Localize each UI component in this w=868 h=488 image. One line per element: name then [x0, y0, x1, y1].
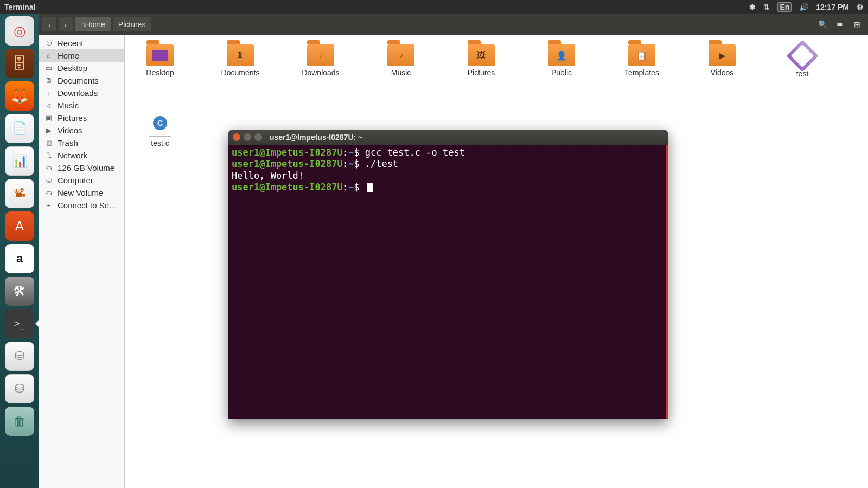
keyboard-indicator[interactable]: En [777, 2, 792, 12]
sidebar-item-pictures[interactable]: ▣Pictures [39, 112, 124, 124]
file-name-label: test.c [151, 139, 169, 147]
path-segment-pictures-label: Pictures [118, 20, 146, 29]
sidebar-item-label: New Volume [58, 188, 103, 197]
file-item-test-c[interactable]: Ctest.c [136, 110, 184, 147]
file-name-label: Downloads [302, 68, 339, 77]
file-item-pictures[interactable]: 🖼Pictures [457, 44, 506, 78]
launcher-terminal[interactable]: >_ [5, 309, 34, 338]
sidebar-item-icon: 🗑 [44, 139, 53, 147]
launcher-files[interactable]: 🗄 [5, 49, 34, 78]
sidebar-item-downloads[interactable]: ↓Downloads [39, 87, 124, 99]
terminal-window[interactable]: user1@Impetus-I0287U: ~ user1@Impetus-I0… [228, 130, 668, 419]
window-maximize-button[interactable] [254, 133, 262, 141]
sidebar-item-label: Recent [58, 38, 84, 48]
terminal-output-line: Hello, World! [232, 170, 665, 182]
path-segment-pictures[interactable]: Pictures [113, 17, 151, 31]
file-item-music[interactable]: ♪Music [376, 44, 425, 78]
terminal-body[interactable]: user1@Impetus-I0287U:~$ gcc test.c -o te… [228, 145, 668, 419]
launcher-drive-2[interactable]: ⛁ [5, 374, 34, 403]
launcher-dash[interactable]: ◎ [5, 16, 34, 46]
window-minimize-button[interactable] [244, 133, 251, 141]
network-icon[interactable]: ⇅ [763, 3, 770, 11]
window-close-button[interactable] [233, 133, 240, 141]
sidebar-item-trash[interactable]: 🗑Trash [39, 137, 124, 149]
sidebar-item-music[interactable]: ♫Music [39, 99, 124, 112]
sidebar-item-desktop[interactable]: ▭Desktop [39, 62, 124, 74]
files-sidebar: ⏲Recent⌂Home▭Desktop🗎Documents↓Downloads… [39, 35, 125, 488]
sidebar-item-icon: ⏲ [44, 39, 53, 47]
sidebar-item-icon: + [44, 201, 53, 209]
terminal-command-line: user1@Impetus-I0287U:~$ ./test [232, 158, 665, 170]
sidebar-item-recent[interactable]: ⏲Recent [39, 37, 124, 49]
sidebar-item-icon: ♫ [44, 101, 53, 110]
sidebar-item-icon: ↓ [44, 89, 53, 97]
forward-button[interactable]: › [59, 17, 73, 31]
launcher-trash[interactable]: 🗑 [5, 407, 34, 436]
file-icon: 👤 [548, 44, 575, 66]
file-icon [146, 44, 174, 66]
file-item-templates[interactable]: 📋Templates [617, 44, 666, 78]
path-segment-home-label: Home [85, 20, 105, 29]
file-name-label: Videos [711, 68, 734, 77]
file-icon: ↓ [307, 44, 334, 66]
sidebar-item-videos[interactable]: ▶Videos [39, 124, 124, 137]
sidebar-item-icon: ⌂ [44, 52, 53, 60]
sidebar-item-label: Music [58, 101, 79, 110]
sidebar-item-computer[interactable]: ⛀Computer [39, 174, 124, 187]
path-segment-home[interactable]: ⌂ Home [75, 17, 111, 31]
file-icon: 🗎 [227, 44, 254, 66]
sidebar-item-connect-to-se-[interactable]: +Connect to Se… [39, 199, 124, 211]
session-gear-icon[interactable]: ⚙ [857, 3, 864, 11]
list-view-icon[interactable]: ≣ [832, 17, 847, 31]
sidebar-item-icon: 🗎 [44, 76, 53, 85]
focused-app-name: Terminal [4, 3, 35, 11]
sidebar-item-new-volume[interactable]: ⛀New Volume [39, 187, 124, 199]
sidebar-item-label: Desktop [58, 63, 87, 73]
sidebar-item-documents[interactable]: 🗎Documents [39, 74, 124, 87]
sidebar-item-label: Trash [58, 138, 78, 147]
sidebar-item-label: Downloads [58, 88, 98, 98]
back-button[interactable]: ‹ [42, 17, 56, 31]
sidebar-item-label: Home [58, 51, 79, 60]
launcher-amazon[interactable]: a [5, 244, 34, 273]
sidebar-item-126-gb-volume[interactable]: ⛀126 GB Volume [39, 162, 124, 174]
file-icon: 🖼 [468, 44, 495, 66]
file-name-label: Templates [624, 68, 659, 77]
grid-view-icon[interactable]: ⊞ [850, 17, 865, 31]
sidebar-item-icon: ⛀ [44, 189, 53, 197]
file-name-label: Public [551, 68, 572, 77]
file-item-test[interactable]: test [778, 44, 827, 78]
file-item-documents[interactable]: 🗎Documents [216, 44, 265, 78]
file-name-label: Music [391, 68, 411, 77]
bluetooth-icon[interactable]: ✱ [749, 3, 756, 11]
file-item-desktop[interactable]: Desktop [136, 44, 184, 78]
sidebar-item-label: Documents [58, 76, 99, 85]
launcher-software[interactable]: A [5, 211, 34, 241]
file-icon: 📋 [628, 44, 655, 66]
launcher-settings[interactable]: 🛠 [5, 277, 34, 306]
sidebar-item-network[interactable]: ⇅Network [39, 149, 124, 162]
file-item-downloads[interactable]: ↓Downloads [296, 44, 345, 78]
file-item-public[interactable]: 👤Public [537, 44, 586, 78]
sidebar-item-label: Pictures [58, 113, 87, 123]
top-menubar: Terminal ✱ ⇅ En 🔊 12:17 PM ⚙ [0, 0, 868, 14]
sidebar-item-icon: ▭ [44, 64, 53, 72]
sidebar-item-label: Network [58, 151, 87, 160]
volume-icon[interactable]: 🔊 [799, 3, 808, 11]
launcher-firefox[interactable]: 🦊 [5, 81, 34, 111]
unity-launcher: ◎ 🗄 🦊 📄 📊 📽 A a 🛠 >_ ⛁ ⛁ 🗑 [0, 14, 39, 488]
terminal-titlebar[interactable]: user1@Impetus-I0287U: ~ [228, 130, 668, 145]
terminal-cursor [367, 183, 373, 192]
terminal-scroll-edge [666, 145, 668, 419]
launcher-calc[interactable]: 📊 [5, 146, 34, 176]
sidebar-item-label: Connect to Se… [58, 201, 117, 210]
file-name-label: Desktop [146, 68, 174, 77]
launcher-writer[interactable]: 📄 [5, 114, 34, 143]
launcher-impress[interactable]: 📽 [5, 179, 34, 208]
search-icon[interactable]: 🔍 [815, 17, 830, 31]
launcher-drive-1[interactable]: ⛁ [5, 342, 34, 371]
file-icon: ♪ [387, 44, 414, 66]
clock[interactable]: 12:17 PM [816, 3, 849, 11]
sidebar-item-home[interactable]: ⌂Home [39, 49, 124, 62]
file-item-videos[interactable]: ▶Videos [698, 44, 746, 78]
